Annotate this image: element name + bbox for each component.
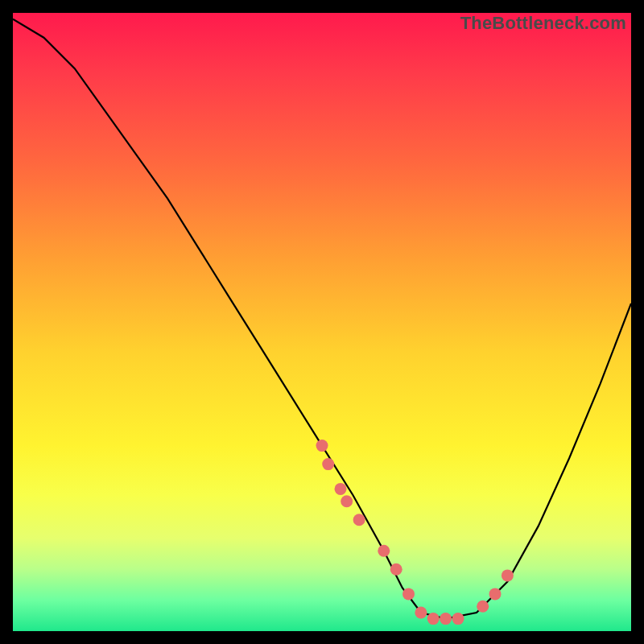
scatter-dot [440, 613, 452, 625]
scatter-dot [353, 514, 365, 526]
scatter-dot [378, 545, 390, 557]
chart-svg [13, 13, 631, 631]
plot-area: TheBottleneck.com [13, 13, 631, 631]
scatter-points [316, 440, 514, 625]
bottleneck-curve [13, 19, 631, 619]
scatter-dot [335, 483, 347, 495]
scatter-dot [341, 495, 353, 507]
scatter-dot [489, 588, 502, 600]
scatter-dot [316, 440, 328, 452]
scatter-dot [322, 458, 334, 470]
scatter-dot [415, 607, 427, 619]
outer-frame: TheBottleneck.com [0, 0, 644, 644]
scatter-dot [452, 613, 464, 625]
scatter-dot [502, 569, 514, 581]
scatter-dot [402, 588, 415, 600]
scatter-dot [390, 564, 402, 576]
scatter-dot [427, 613, 440, 625]
scatter-dot [477, 601, 489, 613]
